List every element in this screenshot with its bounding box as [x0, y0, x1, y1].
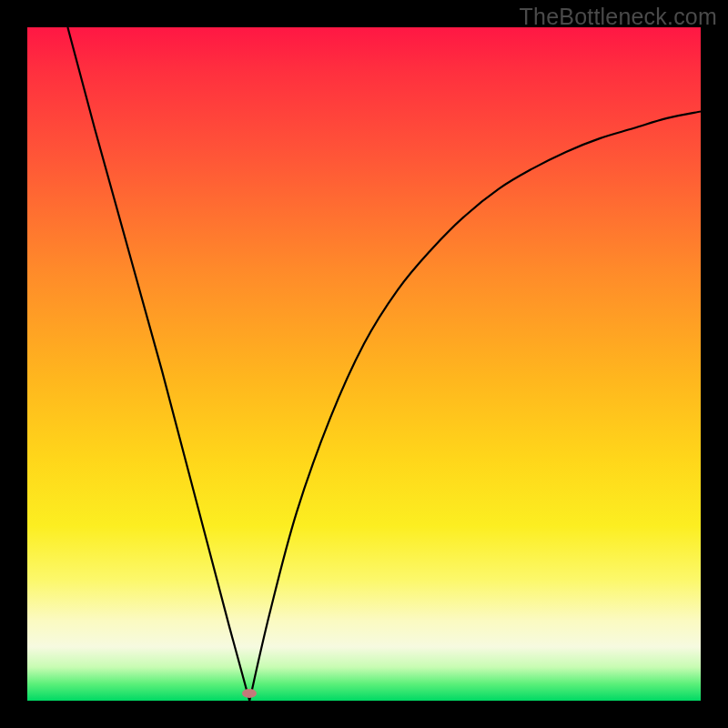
watermark-text: TheBottleneck.com — [520, 4, 717, 30]
bottleneck-curve — [67, 27, 701, 701]
minimum-marker — [242, 689, 257, 698]
chart-container: TheBottleneck.com — [0, 0, 728, 728]
plot-area — [27, 27, 701, 701]
curve-svg — [27, 27, 701, 701]
